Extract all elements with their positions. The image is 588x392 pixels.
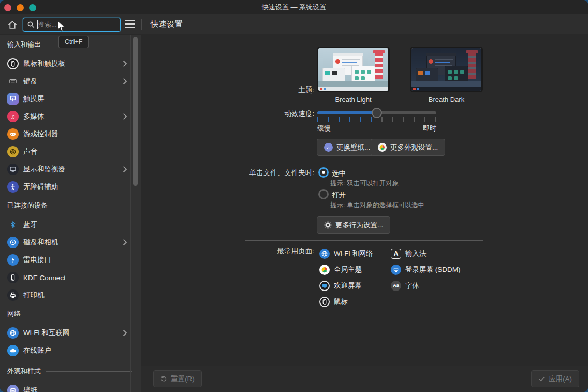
window-title: 快速设置 — 系统设置: [0, 0, 588, 14]
frequent-page-label: Wi-Fi 和网络: [334, 249, 373, 258]
animation-speed-label: 动效速度:: [245, 109, 314, 119]
sidebar-item-label: 在线账户: [23, 346, 51, 355]
sound-icon: [7, 146, 19, 157]
sidebar-section-label: 输入和输出: [7, 40, 41, 49]
sidebar-scrollbar[interactable]: [133, 37, 138, 186]
mouse-icon: [7, 58, 19, 69]
input-method-icon: A: [391, 249, 401, 259]
wifi-internet-icon: [7, 327, 19, 339]
sidebar-item[interactable]: 声音: [0, 143, 141, 161]
more-behavior-settings-button[interactable]: 更多行为设置...: [317, 216, 390, 234]
printer-icon: [7, 289, 19, 301]
sidebar-item[interactable]: 蓝牙: [0, 216, 141, 234]
frequent-pages-label: 最常用页面:: [245, 246, 314, 256]
frequent-page-link[interactable]: 全局主题: [319, 262, 373, 278]
sidebar-item[interactable]: 壁纸: [0, 382, 141, 392]
change-wallpaper-button[interactable]: 更换壁纸...: [317, 139, 377, 156]
search-shortcut-tooltip: Ctrl+F: [58, 36, 89, 48]
sidebar-item[interactable]: 雷电接口: [0, 251, 141, 269]
sidebar-item[interactable]: 显示和监视器: [0, 161, 141, 178]
chevron-right-icon: [122, 112, 128, 123]
theme-option-breath-light[interactable]: [317, 47, 390, 92]
theme-name-breath-light: Breath Light: [317, 96, 390, 104]
sidebar-item-label: 雷电接口: [23, 255, 51, 265]
chevron-right-icon: [122, 328, 128, 340]
sidebar-item[interactable]: KDE Connect: [0, 269, 141, 286]
radio-select-hint: 提示: 双击可以打开对象: [330, 179, 399, 188]
mouse-cursor-icon: [57, 21, 66, 32]
login-screen-icon: [391, 265, 401, 275]
page-title: 快速设置: [151, 19, 183, 30]
radio-select-on-click[interactable]: [318, 167, 329, 178]
radio-select-label[interactable]: 选中: [332, 169, 346, 178]
animation-speed-slider[interactable]: [317, 111, 436, 114]
frequent-page-label: 字体: [405, 281, 419, 291]
sidebar-item-label: 打印机: [23, 291, 45, 300]
search-box[interactable]: [23, 18, 121, 32]
kde-connect-icon: [7, 272, 19, 283]
more-appearance-label: 更多外观设置...: [390, 143, 438, 152]
sidebar-item[interactable]: 打印机: [0, 286, 141, 304]
theme-option-breath-dark[interactable]: [410, 47, 483, 92]
chevron-right-icon: [122, 77, 128, 88]
frequent-page-link[interactable]: 鼠标: [319, 294, 373, 310]
mouse-icon: [319, 297, 330, 307]
quick-settings-page: 主题:: [141, 35, 588, 366]
wifi-internet-icon: [319, 249, 330, 259]
sidebar-item[interactable]: 键盘: [0, 72, 141, 90]
search-input[interactable]: [38, 19, 115, 31]
hamburger-menu-icon[interactable]: [125, 20, 135, 28]
frequent-page-link[interactable]: Aa字体: [391, 278, 461, 294]
bluetooth-icon: [7, 219, 19, 230]
sidebar-item-label: 无障碍辅助: [23, 182, 58, 192]
toolbar: 快速设置: [0, 14, 588, 34]
reset-label: 重置(R): [171, 374, 195, 384]
sidebar-item-label: 声音: [23, 147, 37, 156]
more-behavior-label: 更多行为设置...: [335, 221, 383, 230]
chevron-right-icon: [122, 165, 128, 176]
sidebar-item[interactable]: 触摸屏: [0, 90, 141, 108]
sidebar-section-label: 网络: [7, 309, 21, 318]
frequent-page-link[interactable]: 欢迎屏幕: [319, 278, 373, 294]
gear-icon: [324, 221, 332, 229]
frequent-page-link[interactable]: Wi-Fi 和网络: [319, 245, 373, 262]
sidebar-item-label: 鼠标和触摸板: [23, 59, 65, 68]
breath-dark-preview: [411, 48, 481, 91]
chevron-right-icon: [122, 238, 128, 249]
sidebar-item-label: 磁盘和相机: [23, 238, 58, 247]
theme-name-breath-dark: Breath Dark: [410, 96, 483, 104]
sidebar-item-label: KDE Connect: [23, 274, 66, 282]
frequent-page-label: 输入法: [405, 249, 427, 258]
sidebar-item-label: 键盘: [23, 77, 37, 86]
check-icon: [538, 375, 545, 382]
section-separator: [245, 240, 483, 241]
slider-handle[interactable]: [372, 108, 382, 118]
wallpaper-icon: [324, 143, 333, 152]
frequent-page-link[interactable]: A输入法: [391, 245, 461, 262]
touchscreen-icon: [7, 93, 19, 105]
sidebar-item[interactable]: 鼠标和触摸板: [0, 55, 141, 72]
more-appearance-settings-button[interactable]: 更多外观设置...: [371, 139, 445, 156]
frequent-page-link[interactable]: 登录屏幕 (SDDM): [391, 262, 461, 278]
home-button[interactable]: [7, 19, 18, 31]
apply-button[interactable]: 应用(A): [531, 370, 579, 387]
sidebar-item[interactable]: 无障碍辅助: [0, 178, 141, 196]
multimedia-icon: ♫: [7, 111, 19, 122]
chevron-right-icon: [122, 59, 128, 70]
sidebar-item[interactable]: Wi-Fi 和互联网: [0, 324, 141, 342]
sidebar-item-label: 多媒体: [23, 112, 45, 121]
radio-open-on-click[interactable]: [318, 189, 329, 199]
sidebar-section-header: 网络: [0, 307, 141, 321]
sidebar-item[interactable]: 游戏控制器: [0, 125, 141, 143]
sidebar-item-label: 显示和监视器: [23, 165, 65, 174]
home-icon: [7, 19, 18, 31]
sidebar: 输入和输出鼠标和触摸板键盘触摸屏♫多媒体游戏控制器声音显示和监视器无障碍辅助已连…: [0, 35, 141, 392]
radio-open-label[interactable]: 打开: [332, 191, 346, 200]
titlebar: 快速设置 — 系统设置: [0, 0, 588, 14]
sidebar-item[interactable]: ♫多媒体: [0, 108, 141, 125]
sidebar-item-label: 壁纸: [23, 386, 37, 392]
sidebar-item[interactable]: 在线账户: [0, 342, 141, 359]
sidebar-item[interactable]: 磁盘和相机: [0, 234, 141, 251]
reset-button[interactable]: 重置(R): [153, 370, 202, 387]
slider-max-label: 即时: [423, 124, 436, 133]
